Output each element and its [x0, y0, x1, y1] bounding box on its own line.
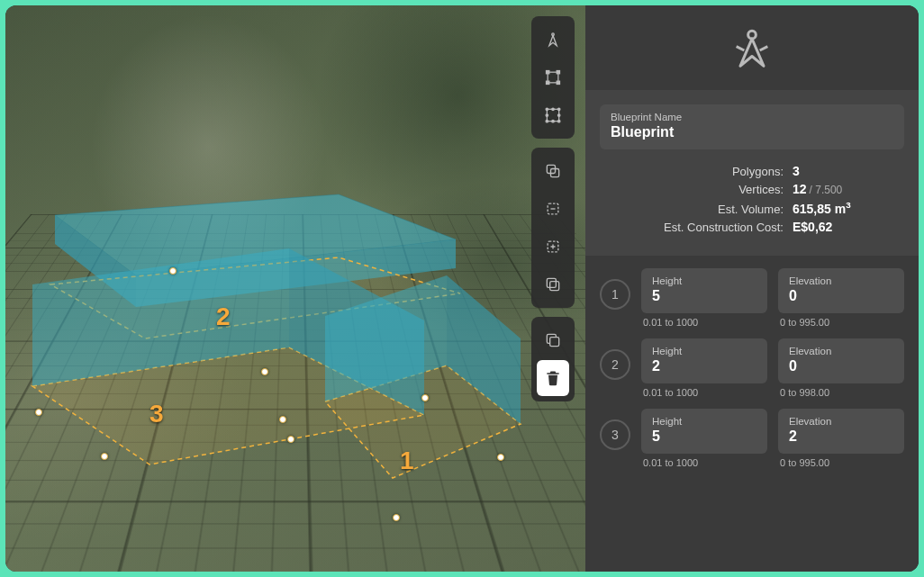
tool-select-subtract[interactable] [537, 191, 569, 227]
vertex-node[interactable] [35, 409, 42, 416]
svg-rect-15 [557, 81, 559, 84]
tool-copy[interactable] [537, 153, 569, 189]
compass-icon [729, 27, 775, 74]
volume-index[interactable]: 1 [600, 279, 630, 310]
blueprint-name-field[interactable]: Blueprint Name Blueprint [600, 104, 904, 149]
elevation-hint: 0 to 995.00 [778, 317, 904, 328]
stat-polygons: Polygons: 3 [603, 164, 901, 178]
vertex-node[interactable] [279, 416, 286, 423]
volume-row: 2 Height 2 0.01 to 1000 Elevation 0 0 to… [600, 338, 904, 398]
shapes-svg [5, 5, 585, 572]
duplicate-icon [544, 331, 562, 349]
vertex-node[interactable] [497, 454, 504, 461]
svg-rect-12 [547, 71, 549, 74]
vertex-node[interactable] [287, 436, 294, 443]
svg-point-19 [546, 120, 548, 122]
vertex-node[interactable] [101, 453, 108, 460]
svg-rect-30 [550, 282, 559, 291]
bounds-icon [544, 106, 562, 124]
stats-block: Polygons: 3 Vertices: 12/ 7.500 Est. Vol… [600, 160, 904, 241]
svg-point-21 [552, 108, 555, 111]
viewport-3d[interactable]: 1 2 3 [5, 5, 585, 572]
height-field[interactable]: Height 2 [641, 338, 767, 383]
tool-group-modes [531, 16, 575, 139]
volume-list: 1 Height 5 0.01 to 1000 Elevation 0 0 to… [585, 256, 919, 572]
tool-group-edit [531, 148, 575, 308]
svg-rect-14 [547, 81, 549, 84]
tool-trash[interactable] [537, 360, 569, 396]
select-add-icon [544, 238, 562, 256]
height-field[interactable]: Height 5 [641, 409, 767, 454]
svg-point-17 [546, 108, 548, 111]
elevation-field[interactable]: Elevation 0 [778, 338, 904, 383]
volume-label-1: 1 [400, 446, 414, 475]
elevation-field[interactable]: Elevation 0 [778, 268, 904, 313]
tool-duplicate[interactable] [537, 322, 569, 358]
height-hint: 0.01 to 1000 [641, 457, 767, 468]
trash-icon [544, 369, 562, 387]
svg-rect-29 [547, 278, 556, 287]
tool-select-add[interactable] [537, 229, 569, 265]
copy-icon [544, 162, 562, 180]
elevation-hint: 0 to 998.00 [778, 387, 904, 398]
vertex-node[interactable] [169, 267, 177, 275]
height-hint: 0.01 to 1000 [641, 317, 767, 328]
union-icon [544, 275, 562, 293]
tool-compass[interactable] [537, 22, 569, 58]
elevation-field[interactable]: Elevation 2 [778, 409, 904, 454]
box-select-icon [544, 68, 562, 86]
vertex-node[interactable] [261, 368, 268, 375]
volume-label-3: 3 [149, 400, 164, 428]
height-field[interactable]: Height 5 [641, 268, 767, 313]
vertex-node[interactable] [421, 394, 429, 401]
panel-header [585, 5, 919, 90]
volume-row: 3 Height 5 0.01 to 1000 Elevation 2 0 to… [600, 409, 904, 468]
tool-union[interactable] [537, 266, 569, 302]
elevation-hint: 0 to 995.00 [778, 457, 904, 468]
svg-point-22 [552, 120, 555, 122]
panel-body: Blueprint Name Blueprint Polygons: 3 Ver… [585, 90, 919, 256]
volume-row: 1 Height 5 0.01 to 1000 Elevation 0 0 to… [600, 268, 904, 328]
blueprint-name-value: Blueprint [611, 124, 893, 140]
vertex-node[interactable] [393, 514, 400, 521]
compass-icon [544, 31, 562, 49]
blueprint-name-label: Blueprint Name [611, 112, 893, 122]
svg-point-20 [557, 120, 560, 122]
tool-group-clipboard [531, 317, 575, 401]
tool-box-select[interactable] [537, 59, 569, 95]
volume-label-2: 2 [216, 302, 231, 331]
svg-point-23 [546, 114, 548, 117]
svg-point-24 [557, 114, 560, 117]
stat-cost: Est. Construction Cost: E$0,62 [603, 220, 901, 234]
tool-bounds[interactable] [537, 97, 569, 133]
volume-index[interactable]: 3 [600, 419, 630, 450]
select-subtract-icon [544, 200, 562, 218]
volume-index[interactable]: 2 [600, 349, 630, 380]
svg-rect-13 [557, 71, 559, 74]
svg-rect-31 [550, 338, 559, 347]
inspector-panel: Blueprint Name Blueprint Polygons: 3 Ver… [585, 5, 919, 572]
svg-rect-16 [547, 109, 558, 121]
app-frame: 1 2 3 [5, 5, 919, 572]
height-hint: 0.01 to 1000 [641, 387, 767, 398]
stat-vertices: Vertices: 12/ 7.500 [603, 182, 901, 196]
stat-volume: Est. Volume: 615,85 m3 [603, 200, 901, 216]
svg-point-18 [557, 108, 560, 111]
toolbar [531, 16, 575, 401]
